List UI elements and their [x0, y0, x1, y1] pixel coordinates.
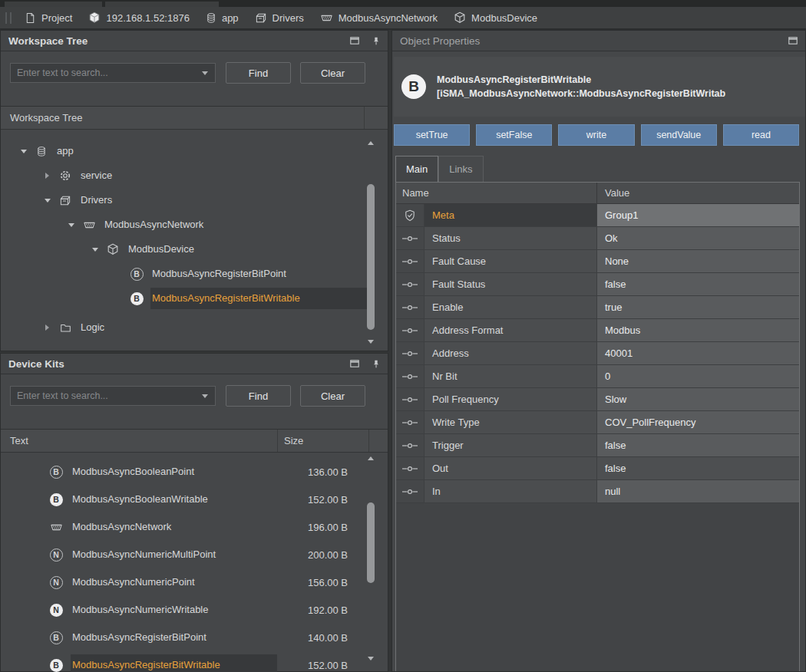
- column-header-value[interactable]: Value: [597, 183, 799, 203]
- window-icon[interactable]: [788, 37, 798, 44]
- property-value[interactable]: COV_PollFrequency: [597, 411, 799, 434]
- sendValue-button[interactable]: sendValue: [641, 124, 717, 146]
- property-value[interactable]: false: [597, 457, 799, 480]
- write-button[interactable]: write: [558, 124, 634, 146]
- tree-node-service[interactable]: service: [1, 164, 388, 187]
- find-button[interactable]: Find: [226, 385, 291, 407]
- expander-expanded-icon[interactable]: [41, 199, 53, 203]
- scroll-up-icon[interactable]: [368, 141, 374, 145]
- tab-links[interactable]: Links: [438, 156, 483, 182]
- property-value[interactable]: false: [597, 273, 799, 296]
- kit-row-modbusasyncbooleanpoint[interactable]: BModbusAsyncBooleanPoint136.00 B: [1, 460, 388, 483]
- expander-expanded-icon[interactable]: [89, 248, 101, 252]
- property-row-address[interactable]: Address40001: [396, 342, 799, 365]
- property-value[interactable]: Ok: [597, 227, 799, 250]
- scroll-down-icon[interactable]: [368, 657, 374, 660]
- expander-expanded-icon[interactable]: [65, 223, 77, 227]
- property-row-meta[interactable]: MetaGroup1: [396, 204, 799, 227]
- device-kits-search-combo[interactable]: [10, 386, 216, 406]
- property-row-trigger[interactable]: Triggerfalse: [396, 434, 799, 457]
- tree-node-modbusdevice[interactable]: ModbusDevice: [1, 238, 388, 261]
- property-value[interactable]: None: [597, 250, 799, 273]
- breadcrumb-item-project[interactable]: Project: [25, 12, 72, 24]
- kit-row-modbusasyncregisterbitpoint[interactable]: BModbusAsyncRegisterBitPoint140.00 B: [1, 626, 388, 649]
- property-row-nr-bit[interactable]: Nr Bit0: [396, 365, 799, 388]
- column-header-size[interactable]: Size: [278, 435, 368, 446]
- workspace-tree-scrollbar[interactable]: [367, 140, 375, 345]
- property-row-out[interactable]: Outfalse: [396, 457, 799, 480]
- property-row-address-format[interactable]: Address FormatModbus: [396, 319, 799, 342]
- clear-button[interactable]: Clear: [300, 62, 365, 84]
- window-icon[interactable]: [350, 37, 359, 44]
- setFalse-button[interactable]: setFalse: [476, 124, 552, 146]
- workspace-search-combo[interactable]: [10, 63, 216, 83]
- kit-size: 152.00 B: [277, 660, 375, 671]
- slot-icon: [396, 319, 424, 342]
- workspace-tree-panel: Workspace Tree Find Clear Workspace Tree…: [0, 30, 388, 351]
- kit-row-modbusasyncnumericmultipoint[interactable]: NModbusAsyncNumericMultiPoint200.00 B: [1, 543, 388, 566]
- table-empty-area: [396, 503, 799, 671]
- expander-expanded-icon[interactable]: [18, 150, 29, 153]
- breadcrumb-item-192-168-1-52-1876[interactable]: 192.168.1.52:1876: [88, 12, 189, 24]
- pin-icon[interactable]: [372, 359, 380, 369]
- tabs: MainLinks: [395, 156, 484, 182]
- device-kits-scrollbar[interactable]: [367, 455, 375, 662]
- breadcrumb-item-drivers[interactable]: Drivers: [255, 12, 304, 24]
- property-row-enable[interactable]: Enabletrue: [396, 296, 799, 319]
- column-header-name[interactable]: Name: [396, 183, 597, 203]
- breadcrumb-item-modbusasyncnetwork[interactable]: ModbusAsyncNetwork: [320, 12, 438, 24]
- scroll-up-icon[interactable]: [368, 456, 374, 460]
- read-button[interactable]: read: [723, 124, 799, 146]
- window-icon[interactable]: [350, 360, 359, 367]
- kit-row-modbusasyncnetwork[interactable]: ModbusAsyncNetwork196.00 B: [1, 516, 388, 539]
- kit-row-modbusasyncregisterbitwritable[interactable]: BModbusAsyncRegisterBitWritable152.00 B: [1, 654, 388, 672]
- property-value[interactable]: null: [597, 480, 799, 503]
- expander-collapsed-icon[interactable]: [41, 324, 53, 331]
- setTrue-button[interactable]: setTrue: [394, 124, 470, 146]
- scroll-thumb[interactable]: [367, 502, 375, 583]
- expander-collapsed-icon[interactable]: [41, 173, 53, 179]
- kit-row-modbusasyncnumericwritable[interactable]: NModbusAsyncNumericWritable192.00 B: [1, 598, 388, 621]
- property-row-fault-status[interactable]: Fault Statusfalse: [396, 273, 799, 296]
- search-input[interactable]: [11, 390, 202, 401]
- breadcrumb-item-modbusdevice[interactable]: ModbusDevice: [454, 12, 537, 24]
- property-row-poll-frequency[interactable]: Poll FrequencySlow: [396, 388, 799, 411]
- property-row-fault-cause[interactable]: Fault CauseNone: [396, 250, 799, 273]
- property-value[interactable]: Group1: [597, 204, 799, 227]
- property-value[interactable]: false: [597, 434, 799, 457]
- tab-main[interactable]: Main: [395, 156, 438, 182]
- scroll-down-icon[interactable]: [368, 340, 374, 344]
- chevron-down-icon[interactable]: [202, 394, 208, 398]
- gear-icon: [58, 170, 73, 182]
- breadcrumb-item-app[interactable]: app: [206, 12, 239, 24]
- find-button[interactable]: Find: [226, 62, 291, 84]
- property-value[interactable]: 0: [597, 365, 799, 388]
- property-row-write-type[interactable]: Write TypeCOV_PollFrequency: [396, 411, 799, 434]
- top-tab[interactable]: [105, 2, 219, 7]
- property-value[interactable]: Slow: [597, 388, 799, 411]
- tree-node-logic[interactable]: Logic: [1, 316, 388, 339]
- tree-node-modbusasyncregisterbitwritable[interactable]: BModbusAsyncRegisterBitWritable: [1, 287, 388, 310]
- tree-node-modbusasyncnetwork[interactable]: ModbusAsyncNetwork: [1, 213, 388, 236]
- property-value[interactable]: Modbus: [597, 319, 799, 342]
- tree-node-modbusasyncregisterbitpoint[interactable]: BModbusAsyncRegisterBitPoint: [1, 262, 388, 285]
- tree-node-app[interactable]: app: [1, 140, 388, 163]
- property-value[interactable]: true: [597, 296, 799, 319]
- property-row-status[interactable]: StatusOk: [396, 227, 799, 250]
- top-tab[interactable]: [5, 2, 102, 7]
- search-input[interactable]: [11, 68, 202, 78]
- clear-button[interactable]: Clear: [300, 385, 365, 407]
- property-row-in[interactable]: Innull: [396, 480, 799, 503]
- column-header-text[interactable]: Text: [1, 435, 277, 446]
- tree-node-drivers[interactable]: Drivers: [1, 189, 388, 212]
- circle-b-filled-icon: B: [48, 659, 64, 672]
- kit-row-modbusasyncnumericpoint[interactable]: NModbusAsyncNumericPoint156.00 B: [1, 571, 388, 594]
- kit-row-modbusasyncbooleanwritable[interactable]: BModbusAsyncBooleanWritable152.00 B: [1, 488, 388, 511]
- chevron-down-icon[interactable]: [202, 71, 208, 75]
- tree-node-label: Drivers: [79, 189, 368, 211]
- drag-grip[interactable]: [5, 12, 12, 24]
- property-value[interactable]: 40001: [597, 342, 799, 365]
- scroll-thumb[interactable]: [367, 184, 375, 330]
- pin-icon[interactable]: [372, 36, 380, 46]
- device-kits-search-section: Find Clear: [1, 374, 388, 430]
